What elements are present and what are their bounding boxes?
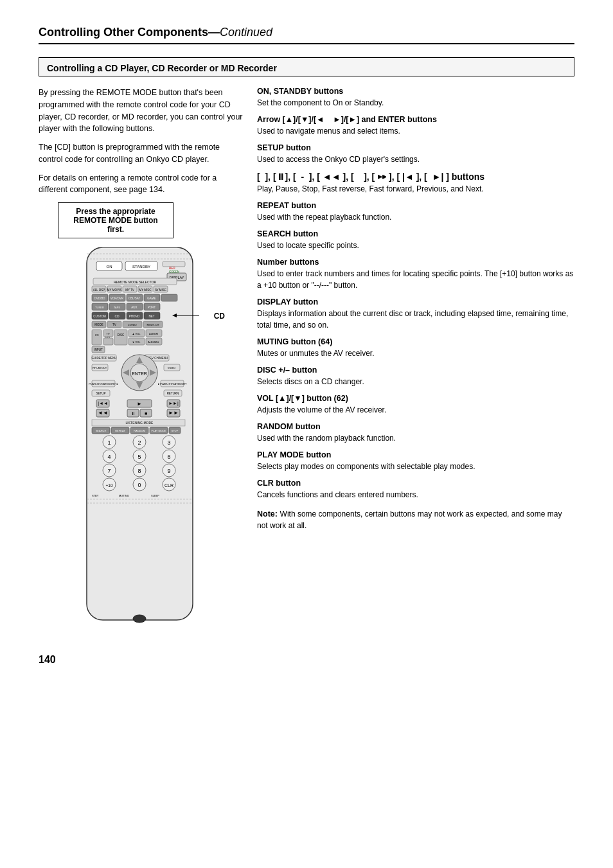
button-title-3: [ ], [⏸], [ - ], [ ◄◄ ], [ ], [ ▶▶ ], [ … <box>257 172 574 182</box>
button-desc-3: Play, Pause, Stop, Fast reverse, Fast fo… <box>257 183 574 195</box>
button-desc-13: Cancels functions and clears entered num… <box>257 489 574 500</box>
button-desc-0: Set the component to On or Standby. <box>257 97 574 109</box>
svg-text:AV MISC: AV MISC <box>155 288 167 292</box>
svg-text:INPUT: INPUT <box>94 348 103 351</box>
svg-text:►: ► <box>137 401 142 407</box>
svg-text:NET: NET <box>149 315 155 318</box>
left-column: By pressing the REMOTE MODE button that'… <box>39 87 244 628</box>
button-desc-6: Used to enter track numbers and times fo… <box>257 268 574 291</box>
button-title-10: VOL [▲]/[▼] button (62) <box>257 394 574 403</box>
svg-text:ENTER: ENTER <box>132 371 147 376</box>
section-title: Controlling a CD Player, CD Recorder or … <box>47 63 277 73</box>
remote-control-image: ON STANDBY ZONE RED GREEN DISPLAY REMOTE… <box>67 247 215 626</box>
button-desc-2: Used to access the Onkyo CD player's set… <box>257 154 574 165</box>
button-title-6: Number buttons <box>257 258 574 267</box>
svg-text:▼ VOL: ▼ VOL <box>132 341 141 344</box>
button-section-8: MUTING button (64) Mutes or unmutes the … <box>257 337 574 359</box>
svg-text:CLR: CLR <box>164 483 173 488</box>
svg-text:■: ■ <box>145 411 147 416</box>
content-area: By pressing the REMOTE MODE button that'… <box>39 87 574 628</box>
svg-text:PLAY MODE: PLAY MODE <box>152 429 166 432</box>
svg-text:ALL DSP: ALL DSP <box>93 288 105 292</box>
svg-text:ALBUM: ALBUM <box>149 332 158 335</box>
svg-text:CBL/SAT: CBL/SAT <box>129 297 141 300</box>
svg-text:RETURN: RETURN <box>167 392 179 395</box>
section-box: Controlling a CD Player, CD Recorder or … <box>39 57 574 76</box>
button-section-3: [ ], [⏸], [ - ], [ ◄◄ ], [ ], [ ▶▶ ], [ … <box>257 172 574 195</box>
svg-text:◄◄: ◄◄ <box>98 410 108 416</box>
svg-text:ZONE2: ZONE2 <box>128 323 137 326</box>
svg-text:REMOTE MODE SELECTOR: REMOTE MODE SELECTOR <box>114 280 156 284</box>
svg-text:PORT: PORT <box>148 306 156 309</box>
page-header: Controlling Other Components—Continued <box>39 26 574 44</box>
svg-text:RF LAYOUT: RF LAYOUT <box>93 366 107 369</box>
button-section-5: SEARCH button Used to locate specific po… <box>257 229 574 251</box>
svg-text:4: 4 <box>107 454 111 460</box>
svg-text:TUNER: TUNER <box>95 306 104 309</box>
button-section-4: REPEAT button Used with the repeat playb… <box>257 201 574 223</box>
svg-text:SLEEP: SLEEP <box>151 494 159 497</box>
button-desc-1: Used to navigate menus and select items. <box>257 125 574 137</box>
svg-text:PHONO: PHONO <box>129 315 140 318</box>
button-title-9: DISC +/– button <box>257 366 574 375</box>
button-desc-10: Adjusts the volume of the AV receiver. <box>257 404 574 416</box>
button-title-8: MUTING button (64) <box>257 337 574 346</box>
button-section-0: ON, STANDBY buttons Set the component to… <box>257 87 574 109</box>
button-section-10: VOL [▲]/[▼] button (62) Adjusts the volu… <box>257 394 574 416</box>
svg-text:CD: CD <box>114 314 120 318</box>
svg-text:⏸: ⏸ <box>131 411 136 416</box>
svg-text:SETUP: SETUP <box>96 392 105 395</box>
svg-text:MULTI-CH: MULTI-CH <box>147 323 159 326</box>
svg-text:TAPE: TAPE <box>114 306 120 309</box>
button-section-1: Arrow [▲]/[▼]/[◄ ►]/[►] and ENTER button… <box>257 115 574 137</box>
svg-text:RANDOM: RANDOM <box>134 429 145 432</box>
remote-svg-container: CD ON STANDBY ZONE RED GREEN <box>67 247 215 628</box>
svg-text:0: 0 <box>138 482 141 488</box>
svg-text:GAME: GAME <box>147 297 155 300</box>
svg-text:MY TV: MY TV <box>125 288 134 292</box>
svg-text:GUIDE/TOP MENU: GUIDE/TOP MENU <box>91 357 116 360</box>
button-section-7: DISPLAY button Displays information abou… <box>257 297 574 331</box>
svg-text:AUX: AUX <box>131 306 137 309</box>
svg-text:STOP: STOP <box>172 429 179 432</box>
svg-rect-60 <box>92 330 102 345</box>
button-desc-9: Selects discs on a CD changer. <box>257 376 574 387</box>
svg-text:I/O: I/O <box>95 333 98 337</box>
cd-label: CD <box>214 312 225 321</box>
svg-text:RED: RED <box>169 267 175 270</box>
right-column: ON, STANDBY buttons Set the component to… <box>257 87 574 628</box>
svg-text:STANDBY: STANDBY <box>132 265 150 269</box>
svg-text:►PLAYLIST/CATEGORY: ►PLAYLIST/CATEGORY <box>157 382 187 385</box>
intro-paragraph-1: By pressing the REMOTE MODE button that'… <box>39 87 244 135</box>
button-section-9: DISC +/– button Selects discs on a CD ch… <box>257 366 574 387</box>
svg-text:ON: ON <box>107 265 112 269</box>
svg-text:6: 6 <box>167 454 170 460</box>
note-text: With some components, certain buttons ma… <box>257 509 562 530</box>
svg-text:DISC: DISC <box>118 333 125 337</box>
svg-rect-33 <box>161 294 177 301</box>
svg-text:TV: TV <box>106 332 109 335</box>
svg-text:1: 1 <box>107 439 111 446</box>
button-title-1: Arrow [▲]/[▼]/[◄ ►]/[►] and ENTER button… <box>257 115 574 124</box>
svg-text:SEARCH: SEARCH <box>96 429 107 432</box>
button-desc-12: Selects play modes on components with se… <box>257 461 574 472</box>
svg-text:MODE: MODE <box>94 323 103 326</box>
button-section-13: CLR button Cancels functions and clears … <box>257 479 574 500</box>
note-section: Note: With some components, certain butt… <box>257 508 574 531</box>
remote-wrapper: Press the appropriate REMOTE MODE button… <box>39 202 244 628</box>
svg-text:5: 5 <box>138 454 141 460</box>
button-section-12: PLAY MODE button Selects play modes on c… <box>257 450 574 472</box>
button-desc-7: Displays information about the current d… <box>257 308 574 331</box>
button-title-7: DISPLAY button <box>257 297 574 306</box>
svg-text:REPEAT: REPEAT <box>115 429 125 432</box>
button-title-0: ON, STANDBY buttons <box>257 87 574 96</box>
svg-text:MY MISC: MY MISC <box>139 288 152 292</box>
button-desc-5: Used to locate specific points. <box>257 240 574 251</box>
callout-box: Press the appropriate REMOTE MODE button… <box>58 202 173 238</box>
button-title-12: PLAY MODE button <box>257 450 574 459</box>
button-desc-11: Used with the random playback function. <box>257 432 574 444</box>
svg-text:►►|: ►►| <box>168 401 179 406</box>
svg-text:ALBUM▼: ALBUM▼ <box>148 341 159 344</box>
svg-text:2: 2 <box>138 439 141 446</box>
svg-text:TV: TV <box>112 323 116 326</box>
